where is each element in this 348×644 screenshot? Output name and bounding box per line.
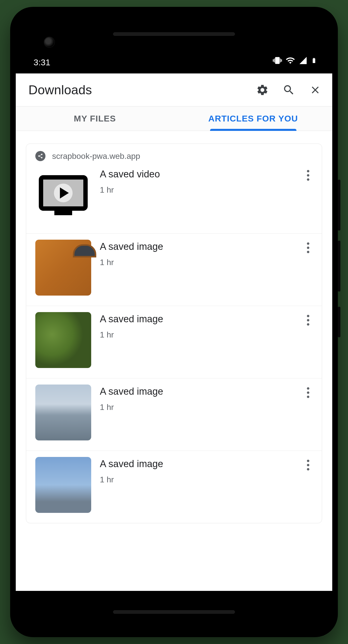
svg-point-7 — [307, 251, 309, 253]
close-button[interactable] — [308, 83, 322, 97]
app-bar: Downloads — [16, 73, 332, 106]
item-overflow-menu[interactable] — [302, 167, 314, 181]
cellular-icon — [299, 56, 307, 67]
svg-point-5 — [307, 242, 309, 245]
more-vert-icon — [307, 170, 310, 181]
svg-point-14 — [307, 460, 309, 462]
content-area: scrapbook-pwa.web.app A saved video1 hrA… — [16, 131, 332, 591]
page-title: Downloads — [28, 83, 256, 97]
list-item[interactable]: A saved image1 hr — [26, 451, 322, 523]
svg-point-16 — [307, 468, 309, 471]
list-item[interactable]: A saved image1 hr — [26, 378, 322, 451]
volume-down-button — [338, 241, 340, 292]
speaker-bottom — [113, 610, 235, 614]
more-vert-icon — [307, 315, 310, 326]
svg-point-8 — [307, 315, 309, 317]
volume-up-button — [338, 180, 340, 231]
more-vert-icon — [307, 242, 310, 253]
svg-point-6 — [307, 247, 309, 249]
image-thumbnail — [35, 457, 91, 513]
svg-point-9 — [307, 319, 309, 321]
share-icon — [38, 153, 43, 159]
phone-frame: 3:31 Downloads — [10, 7, 338, 637]
item-title: A saved image — [100, 458, 293, 469]
front-camera — [44, 37, 55, 48]
svg-point-4 — [307, 178, 309, 181]
status-bar: 3:31 — [16, 12, 332, 73]
item-overflow-menu[interactable] — [302, 457, 314, 471]
svg-point-11 — [307, 387, 309, 390]
gear-icon — [256, 84, 269, 96]
close-icon — [309, 84, 321, 96]
downloads-card: scrapbook-pwa.web.app A saved video1 hrA… — [26, 144, 322, 523]
item-overflow-menu[interactable] — [302, 240, 314, 253]
app-screen: Downloads MY FILES — [16, 73, 332, 591]
item-body: A saved image1 hr — [100, 240, 293, 267]
list-item[interactable]: A saved image1 hr — [26, 233, 322, 306]
vibrate-icon — [273, 56, 282, 67]
image-thumbnail — [35, 385, 91, 440]
tab-label: MY FILES — [74, 114, 116, 124]
svg-point-12 — [307, 391, 309, 394]
svg-point-2 — [307, 170, 309, 173]
item-time: 1 hr — [100, 330, 293, 340]
video-thumbnail — [35, 167, 91, 223]
tab-articles-for-you[interactable]: ARTICLES FOR YOU — [174, 106, 332, 131]
item-time: 1 hr — [100, 403, 293, 412]
item-overflow-menu[interactable] — [302, 385, 314, 398]
image-thumbnail — [35, 240, 91, 296]
card-header: scrapbook-pwa.web.app — [26, 144, 322, 165]
more-vert-icon — [307, 459, 310, 471]
item-title: A saved image — [100, 314, 293, 325]
svg-point-10 — [307, 323, 309, 326]
settings-button[interactable] — [256, 83, 269, 97]
item-overflow-menu[interactable] — [302, 312, 314, 326]
item-body: A saved video1 hr — [100, 167, 293, 195]
power-button — [338, 307, 340, 337]
wifi-icon — [286, 56, 295, 67]
svg-point-15 — [307, 464, 309, 466]
speaker-top — [113, 32, 235, 36]
svg-point-13 — [307, 396, 309, 398]
tab-label: ARTICLES FOR YOU — [208, 114, 298, 124]
search-icon — [282, 84, 295, 96]
list-item[interactable]: A saved image1 hr — [26, 306, 322, 378]
more-vert-icon — [307, 387, 310, 398]
item-body: A saved image1 hr — [100, 385, 293, 412]
source-domain: scrapbook-pwa.web.app — [52, 151, 140, 161]
list-item[interactable]: A saved video1 hr — [26, 165, 322, 233]
item-title: A saved image — [100, 386, 293, 397]
image-thumbnail — [35, 312, 91, 368]
video-play-icon — [35, 168, 91, 222]
battery-icon — [311, 56, 317, 67]
svg-point-3 — [307, 174, 309, 177]
item-time: 1 hr — [100, 475, 293, 484]
status-time: 3:31 — [34, 57, 50, 67]
item-time: 1 hr — [100, 185, 293, 195]
item-title: A saved video — [100, 169, 293, 180]
item-title: A saved image — [100, 241, 293, 252]
item-body: A saved image1 hr — [100, 312, 293, 340]
offline-badge — [35, 151, 45, 161]
item-time: 1 hr — [100, 258, 293, 267]
tab-my-files[interactable]: MY FILES — [16, 106, 174, 131]
tabs: MY FILES ARTICLES FOR YOU — [16, 106, 332, 131]
item-body: A saved image1 hr — [100, 457, 293, 484]
search-button[interactable] — [282, 83, 296, 97]
